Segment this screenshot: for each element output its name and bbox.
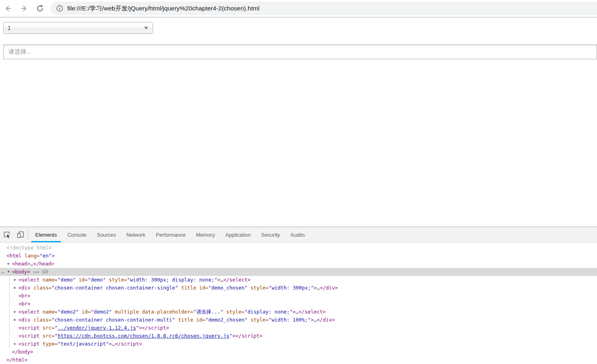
url-text[interactable]: file:///E:/学习/web开发/jQuery/html/jquery%2… bbox=[67, 4, 259, 13]
more-actions-icon[interactable]: … bbox=[1, 267, 4, 275]
code-segment: … bbox=[295, 309, 299, 315]
disclosure-collapsed-icon[interactable]: ▶ bbox=[8, 260, 10, 268]
code-segment: </div> bbox=[317, 317, 335, 323]
code-segment: … bbox=[30, 261, 33, 267]
code-segment: data-placeholder= bbox=[139, 309, 193, 315]
toggle-device-toolbar-button[interactable] bbox=[14, 227, 27, 242]
code-segment: <select bbox=[18, 277, 40, 283]
code-segment: "demo_chosen" bbox=[208, 285, 247, 291]
tree-node[interactable]: </html> bbox=[0, 356, 597, 363]
devtools-panel: ElementsConsoleSourcesNetworkPerformance… bbox=[0, 227, 597, 363]
code-segment: </script> bbox=[115, 341, 142, 347]
code-segment: style= bbox=[223, 309, 245, 315]
source-link[interactable]: ../vendor/jquery-1.12.4.js bbox=[58, 325, 136, 331]
tree-node[interactable]: <html lang="en"> bbox=[0, 252, 597, 260]
code-segment: <head> bbox=[12, 261, 30, 267]
code-segment: id= bbox=[193, 317, 205, 323]
address-bar[interactable]: file:///E:/学习/web开发/jQuery/html/jquery%2… bbox=[50, 2, 597, 15]
inspect-element-button[interactable] bbox=[0, 227, 14, 242]
tab-sources[interactable]: Sources bbox=[93, 227, 120, 242]
tree-node[interactable]: <!doctype html> bbox=[0, 244, 597, 252]
code-segment: "width: 300px;" bbox=[269, 285, 314, 291]
forward-button[interactable] bbox=[16, 0, 32, 16]
back-button[interactable] bbox=[0, 0, 16, 16]
tree-node[interactable]: <br> bbox=[0, 300, 597, 308]
code-segment: style= bbox=[106, 277, 127, 283]
code-segment: "chosen-container chosen-container-multi… bbox=[52, 317, 175, 323]
code-segment: ></script> bbox=[139, 325, 169, 331]
code-segment: multiple bbox=[112, 309, 139, 315]
code-segment: "demo" bbox=[58, 277, 76, 283]
code-segment: <select bbox=[18, 309, 40, 315]
tab-console[interactable]: Console bbox=[63, 227, 90, 242]
code-segment: style= bbox=[247, 317, 269, 323]
tree-node[interactable]: ▶<div class="chosen-container chosen-con… bbox=[0, 284, 597, 292]
tab-performance[interactable]: Performance bbox=[152, 227, 189, 242]
code-segment: > bbox=[311, 317, 314, 323]
tree-node[interactable]: …▼<body> == $0 bbox=[0, 268, 597, 276]
tree-node[interactable]: ▶<select name="demo" id="demo" style="wi… bbox=[0, 276, 597, 284]
code-segment: "demo2" bbox=[58, 309, 79, 315]
code-segment: "en" bbox=[40, 253, 52, 259]
tab-network[interactable]: Network bbox=[123, 227, 150, 242]
code-segment: … bbox=[317, 285, 320, 291]
disclosure-collapsed-icon[interactable]: ▶ bbox=[14, 284, 16, 292]
tab-application[interactable]: Application bbox=[221, 227, 255, 242]
disclosure-collapsed-icon[interactable]: ▶ bbox=[14, 276, 16, 284]
code-segment: "demo2" bbox=[91, 309, 112, 315]
tree-node[interactable]: <script src="https://cdn.bootcss.com/cho… bbox=[0, 332, 597, 340]
code-segment: type= bbox=[40, 341, 58, 347]
code-segment: "display: none;" bbox=[244, 309, 292, 315]
code-segment: src= bbox=[40, 325, 55, 331]
tree-node[interactable]: <script src="../vendor/jquery-1.12.4.js"… bbox=[0, 324, 597, 332]
code-segment: <!doctype html> bbox=[6, 245, 52, 251]
code-segment: " bbox=[54, 325, 58, 331]
code-segment: </html> bbox=[6, 357, 28, 363]
code-segment: <script bbox=[18, 341, 40, 347]
code-segment: title bbox=[175, 317, 193, 323]
reload-button[interactable] bbox=[32, 0, 48, 16]
code-segment: … bbox=[314, 317, 317, 323]
tree-node[interactable]: ▶<div class="chosen-container chosen-con… bbox=[0, 316, 597, 324]
code-segment: <div bbox=[18, 317, 30, 323]
code-segment: </select> bbox=[299, 309, 326, 315]
multi-select-placeholder: 请选择... bbox=[8, 48, 32, 56]
code-segment: > bbox=[314, 285, 317, 291]
code-segment: id= bbox=[196, 285, 208, 291]
code-segment: "demo" bbox=[88, 277, 106, 283]
tab-security[interactable]: Security bbox=[257, 227, 284, 242]
code-segment: <div bbox=[18, 285, 30, 291]
code-segment: lang= bbox=[22, 253, 40, 259]
tree-node[interactable]: ▶<head>…</head> bbox=[0, 260, 597, 268]
tab-audits[interactable]: Audits bbox=[286, 227, 309, 242]
info-icon[interactable] bbox=[56, 5, 63, 12]
code-segment: <html bbox=[6, 253, 22, 259]
source-link[interactable]: https://cdn.bootcss.com/chosen/1.8.8.rc6… bbox=[58, 333, 229, 339]
chosen-single-select[interactable]: 1 bbox=[3, 22, 153, 34]
code-segment: "width: 300px; display: none;" bbox=[127, 277, 217, 283]
code-segment: </select> bbox=[223, 277, 251, 283]
tab-elements[interactable]: Elements bbox=[31, 227, 61, 242]
tab-memory[interactable]: Memory bbox=[192, 227, 219, 242]
code-segment: <script bbox=[18, 325, 40, 331]
tree-node[interactable]: ▶<select name="demo2" id="demo2" multipl… bbox=[0, 308, 597, 316]
device-toolbar-icon bbox=[16, 231, 24, 239]
disclosure-collapsed-icon[interactable]: ▶ bbox=[14, 308, 16, 316]
disclosure-collapsed-icon[interactable]: ▶ bbox=[14, 340, 16, 348]
code-segment: "请选择..." bbox=[193, 309, 223, 315]
back-icon bbox=[4, 4, 12, 13]
devtools-tabbar: ElementsConsoleSourcesNetworkPerformance… bbox=[30, 227, 310, 242]
chevron-down-icon bbox=[144, 27, 148, 29]
code-segment: " bbox=[54, 333, 58, 339]
code-segment: == $0 bbox=[30, 269, 48, 275]
tree-node[interactable]: ▶<script type="text/javascript">…</scrip… bbox=[0, 340, 597, 348]
code-segment: … bbox=[220, 277, 223, 283]
disclosure-expanded-icon[interactable]: ▼ bbox=[8, 268, 10, 276]
tree-node[interactable]: <br> bbox=[0, 292, 597, 300]
code-segment: ></script> bbox=[232, 333, 262, 339]
elements-tree: <!doctype html><html lang="en">▶<head>…<… bbox=[0, 243, 597, 363]
tree-node[interactable]: </body> bbox=[0, 348, 597, 356]
code-segment: id= bbox=[79, 309, 91, 315]
disclosure-collapsed-icon[interactable]: ▶ bbox=[14, 316, 16, 324]
chosen-multi-select[interactable]: 请选择... bbox=[3, 44, 597, 59]
